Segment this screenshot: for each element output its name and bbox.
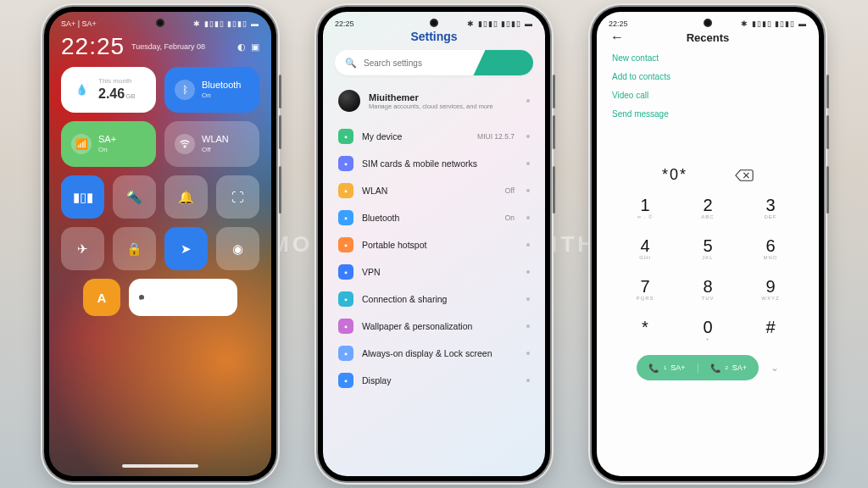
key-number: 9 [765, 278, 775, 295]
bluetooth-state: On [202, 92, 241, 100]
key-number: 3 [765, 197, 775, 214]
keypad-key[interactable]: 9WXYZ [739, 270, 802, 309]
keypad-key[interactable]: 7PQRS [614, 270, 676, 309]
brightness-icon: ☀ [139, 295, 144, 300]
settings-row[interactable]: ▪BluetoothOn [330, 204, 538, 231]
settings-row[interactable]: ▪Wallpaper & personalization [330, 313, 538, 340]
location-icon: ➤ [181, 241, 192, 257]
chevron-icon [526, 379, 530, 382]
data-usage-tile[interactable]: 💧 This month 2.46GB [61, 67, 156, 113]
dialer-action[interactable]: New contact [612, 53, 804, 63]
call-sim2[interactable]: 📞2 SA+ [698, 363, 760, 373]
phone-mockup-control-center: SA+ | SA+ ✱ ▮▯▮▯ ▮▯▮▯ ▬ 22:25 Tuesday, F… [44, 7, 276, 481]
key-number: 5 [703, 237, 712, 254]
dnd-toggle[interactable]: 🔔 [164, 175, 208, 219]
keypad-key[interactable]: 1∞ . © [614, 189, 676, 228]
dialer-action[interactable]: Add to contacts [612, 72, 804, 81]
row-label: Wallpaper & personalization [362, 321, 518, 331]
keypad-key[interactable]: 0+ [676, 311, 739, 350]
key-number: # [765, 319, 775, 336]
flashlight-icon: 🔦 [126, 190, 142, 205]
row-icon: ▪ [338, 156, 353, 171]
wifi-icon [175, 134, 195, 154]
settings-row[interactable]: ▪WLANOff [330, 177, 538, 204]
row-label: SIM cards & mobile networks [362, 158, 518, 169]
chevron-icon [526, 99, 530, 103]
page-title: Settings [323, 28, 545, 50]
data-usage-label: This month [98, 77, 136, 86]
key-number: 2 [703, 197, 712, 214]
call-button[interactable]: 📞1 SA+ 📞2 SA+ [637, 355, 759, 380]
airplane-toggle[interactable]: ✈ [61, 227, 104, 270]
account-row[interactable]: Miuithemer Manage accounts, cloud servic… [330, 84, 538, 118]
key-number: * [642, 319, 648, 336]
phone-icon: 📞 [648, 363, 659, 373]
phone-mockup-dialer: 22:25 ✱ ▮▯▮▯ ▮▯▮▯ ▬ ← Recents New contac… [592, 7, 824, 481]
dialed-number: *0* [662, 166, 687, 184]
chevron-icon [526, 352, 530, 355]
settings-row[interactable]: ▪Portable hotspot [330, 231, 538, 258]
backspace-button[interactable] [735, 169, 754, 181]
clock: 22:25 [609, 19, 628, 28]
bluetooth-tile[interactable]: ᛒ Bluetooth On [164, 67, 259, 113]
screenshot-toggle[interactable]: ⛶ [216, 175, 259, 219]
settings-row[interactable]: ▪VPN [330, 258, 538, 286]
chevron-icon [526, 324, 530, 328]
key-letters: ∞ . © [637, 214, 654, 220]
chevron-icon [526, 297, 530, 301]
keypad-key[interactable]: 2ABC [676, 189, 739, 228]
mobile-data-tile[interactable]: 📶 SA+ On [61, 121, 156, 167]
chevron-icon [526, 189, 530, 192]
key-number: 4 [640, 237, 649, 254]
alarm-icon[interactable]: ◐ [237, 42, 246, 53]
keypad-key[interactable]: 8TUV [676, 270, 739, 309]
clock: 22:25 [335, 19, 354, 28]
location-toggle[interactable]: ➤ [164, 227, 208, 270]
key-letters: GHI [639, 255, 651, 261]
keypad-key[interactable]: 6MNO [739, 230, 802, 269]
bluetooth-icon: ᛒ [175, 80, 195, 100]
keypad-key[interactable]: 3DEF [739, 189, 802, 228]
brightness-slider[interactable]: ☀ [129, 279, 237, 316]
row-icon: ▪ [338, 237, 353, 252]
key-number: 8 [703, 278, 712, 295]
wlan-tile[interactable]: WLAN Off [164, 121, 259, 167]
keypad-key[interactable]: * [614, 311, 676, 350]
chevron-icon [526, 270, 530, 274]
front-camera [156, 19, 164, 27]
settings-row[interactable]: ▪My deviceMIUI 12.5.7 [330, 123, 538, 150]
dialer-action[interactable]: Video call [612, 91, 804, 100]
settings-row[interactable]: ▪SIM cards & mobile networks [330, 150, 538, 177]
home-indicator[interactable] [122, 464, 198, 468]
data-usage-value: 2.46 [98, 86, 125, 101]
settings-row[interactable]: ▪Connection & sharing [330, 286, 538, 313]
vibrate-toggle[interactable]: ▮▯▮ [61, 175, 104, 219]
mobile-data-label: SA+ [98, 134, 116, 146]
keypad-key[interactable]: 5JKL [676, 230, 739, 269]
auto-brightness-toggle[interactable]: A [83, 279, 120, 316]
row-label: Connection & sharing [362, 294, 518, 304]
dark-toggle[interactable]: ◉ [216, 227, 259, 270]
settings-shortcut-icon[interactable]: ▣ [251, 42, 259, 53]
settings-row[interactable]: ▪Always-on display & Lock screen [330, 340, 538, 367]
status-icons: ✱ ▮▯▮▯ ▮▯▮▯ ▬ [467, 19, 533, 28]
row-label: WLAN [362, 186, 497, 196]
key-number: 7 [640, 278, 649, 295]
row-label: Bluetooth [362, 213, 497, 223]
row-label: VPN [362, 267, 518, 277]
row-label: Always-on display & Lock screen [362, 348, 518, 358]
keypad-key[interactable]: # [739, 311, 802, 350]
settings-row[interactable]: ▪Display [330, 367, 538, 394]
key-letters: WXYZ [761, 296, 779, 302]
flashlight-toggle[interactable]: 🔦 [113, 175, 156, 219]
call-sim1[interactable]: 📞1 SA+ [637, 363, 698, 373]
dialer-action[interactable]: Send message [612, 109, 804, 119]
search-input[interactable]: 🔍 [335, 50, 533, 75]
row-value: On [505, 214, 515, 222]
key-letters: PQRS [636, 296, 654, 302]
key-letters: + [706, 336, 710, 342]
lock-toggle[interactable]: 🔒 [113, 227, 156, 270]
keypad-key[interactable]: 4GHI [614, 230, 676, 269]
chevron-down-icon[interactable]: ⌄ [771, 362, 779, 374]
row-value: Off [505, 186, 515, 195]
